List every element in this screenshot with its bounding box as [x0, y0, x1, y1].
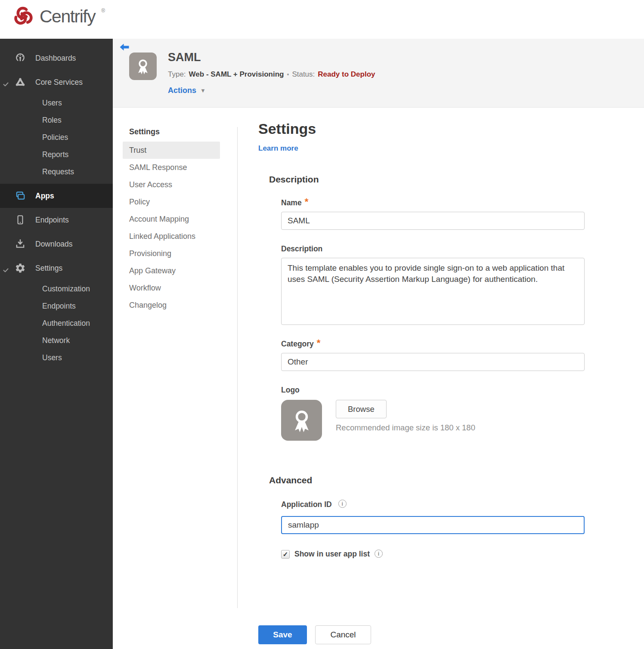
required-asterisk: * [305, 198, 309, 205]
checkmark-icon: ✓ [283, 550, 288, 558]
status-value: Ready to Deploy [318, 70, 375, 79]
sidebar-item-requests[interactable]: Requests [0, 163, 113, 180]
show-in-app-list-row: ✓ Show in user app list i [281, 550, 585, 559]
sidebar-item-label: Apps [35, 192, 54, 201]
sidebar-item-network[interactable]: Network [0, 332, 113, 349]
status-label: Status: [292, 70, 315, 79]
download-icon [15, 238, 26, 250]
brand-name: Centrify [40, 6, 95, 27]
subnav-item-workflow[interactable]: Workflow [123, 279, 220, 297]
vertical-divider [237, 127, 238, 608]
category-label: Category * [281, 340, 585, 349]
name-field[interactable] [281, 212, 585, 230]
sidebar-item-authentication[interactable]: Authentication [0, 315, 113, 332]
subnav-item-changelog[interactable]: Changelog [123, 297, 220, 314]
centrify-logo: Centrify ® [12, 5, 104, 28]
logo-size-hint: Recommended image size is 180 x 180 [336, 423, 475, 433]
description-label: Description [281, 244, 585, 253]
expanded-check-icon [3, 266, 9, 275]
sidebar-item-label: Core Services [35, 78, 83, 87]
sidebar-item-customization[interactable]: Customization [0, 280, 113, 297]
type-label: Type: [168, 70, 186, 79]
settings-submenu: Customization Endpoints Authentication N… [0, 280, 113, 366]
app-header: SAML Type: Web - SAML + Provisioning • S… [113, 39, 644, 108]
content-area: Settings Trust SAML Response User Access… [113, 108, 644, 649]
subnav-item-account-mapping[interactable]: Account Mapping [123, 210, 220, 228]
sidebar-item-label: Settings [35, 264, 62, 273]
phone-icon [15, 214, 26, 226]
logo-preview [281, 400, 322, 441]
application-id-label: Application ID i [281, 500, 585, 509]
name-label: Name * [281, 198, 585, 207]
actions-label: Actions [168, 86, 196, 95]
sidebar-item-downloads[interactable]: Downloads [0, 232, 113, 256]
registered-mark: ® [101, 8, 105, 14]
app-meta: Type: Web - SAML + Provisioning • Status… [168, 70, 375, 79]
application-id-field[interactable] [281, 516, 585, 534]
sidebar-item-reports[interactable]: Reports [0, 146, 113, 163]
sidebar: Dashboards Core Services Users Roles Pol… [0, 39, 113, 649]
subnav-header: Settings [123, 125, 220, 142]
required-asterisk: * [317, 340, 321, 346]
page-title: Settings [258, 121, 585, 137]
description-field[interactable]: This template enables you to provide sin… [281, 258, 585, 325]
ribbon-icon [133, 56, 153, 77]
description-section-heading: Description [269, 174, 585, 185]
sidebar-item-policies[interactable]: Policies [0, 129, 113, 146]
sidebar-item-core-services[interactable]: Core Services [0, 70, 113, 94]
sidebar-item-apps[interactable]: Apps [0, 184, 113, 208]
sidebar-item-roles[interactable]: Roles [0, 111, 113, 129]
subnav-item-linked-applications[interactable]: Linked Applications [123, 228, 220, 245]
meta-separator: • [287, 71, 289, 78]
sidebar-item-dashboards[interactable]: Dashboards [0, 46, 113, 70]
info-icon[interactable]: i [375, 550, 383, 558]
app-logo-thumbnail [129, 53, 157, 80]
back-arrow-icon[interactable] [119, 42, 130, 53]
settings-subnav: Settings Trust SAML Response User Access… [123, 125, 220, 314]
form-footer: Save Cancel [258, 625, 585, 644]
browse-button[interactable]: Browse [336, 400, 387, 418]
sidebar-item-users[interactable]: Users [0, 94, 113, 111]
app-title: SAML [168, 51, 201, 64]
settings-panel: Settings Learn more Description Name * D… [258, 121, 585, 644]
sidebar-item-users-settings[interactable]: Users [0, 349, 113, 366]
sidebar-item-endpoints[interactable]: Endpoints [0, 208, 113, 232]
sidebar-spacer [0, 180, 113, 184]
sidebar-item-label: Dashboards [35, 54, 76, 63]
ribbon-icon [287, 405, 317, 436]
type-value: Web - SAML + Provisioning [189, 70, 284, 79]
sidebar-item-label: Downloads [35, 240, 73, 249]
cancel-button[interactable]: Cancel [315, 625, 371, 644]
subnav-item-policy[interactable]: Policy [123, 193, 220, 210]
sidebar-item-endpoints-settings[interactable]: Endpoints [0, 297, 113, 315]
learn-more-link[interactable]: Learn more [258, 144, 298, 153]
subnav-item-trust[interactable]: Trust [123, 142, 220, 159]
chevron-down-icon: ▼ [200, 87, 206, 94]
subnav-item-app-gateway[interactable]: App Gateway [123, 262, 220, 279]
advanced-section-heading: Advanced [269, 475, 585, 485]
core-services-submenu: Users Roles Policies Reports Requests [0, 94, 113, 180]
subnav-item-provisioning[interactable]: Provisioning [123, 245, 220, 262]
subnav-item-user-access[interactable]: User Access [123, 176, 220, 193]
sidebar-item-settings[interactable]: Settings [0, 256, 113, 280]
show-in-app-list-label: Show in user app list [294, 550, 370, 559]
expanded-check-icon [3, 80, 9, 89]
show-in-app-list-checkbox[interactable]: ✓ [281, 550, 290, 559]
sidebar-item-label: Endpoints [35, 216, 69, 225]
gauge-icon [15, 53, 26, 64]
category-field[interactable] [281, 353, 585, 371]
centrify-swirl-icon [12, 5, 34, 28]
top-bar: Centrify ® [0, 0, 644, 39]
save-button[interactable]: Save [258, 625, 307, 644]
logo-label: Logo [281, 386, 585, 395]
cluster-icon [15, 77, 26, 88]
actions-dropdown[interactable]: Actions ▼ [168, 86, 206, 95]
apps-icon [15, 190, 26, 201]
gear-icon [15, 263, 26, 274]
info-icon[interactable]: i [338, 500, 347, 508]
subnav-item-saml-response[interactable]: SAML Response [123, 159, 220, 176]
